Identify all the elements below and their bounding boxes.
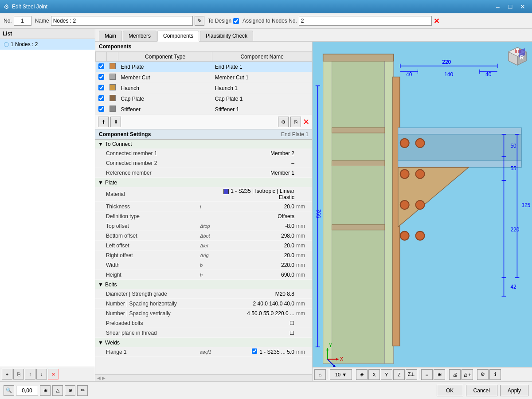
comp-move-up[interactable]: ⬆ [98,117,109,127]
component-row[interactable]: End Plate End Plate 1 [96,62,312,72]
close-button[interactable]: ✕ [517,2,528,11]
view-settings[interactable]: ⚙ [477,369,489,380]
prop-row: Definition type Offsets [95,211,312,221]
comp-color-swatch [110,84,116,90]
prop-value: Member 2 [218,150,296,156]
add-button[interactable]: + [2,369,12,379]
move-up-button[interactable]: ↑ [25,369,35,379]
component-row[interactable]: Haunch Haunch 1 [96,83,312,94]
prop-name: Number | Spacing horizontally [102,301,200,307]
prop-row: Thickness t 20.0 mm [95,202,312,211]
coord-input[interactable] [16,386,38,395]
weld-checkbox[interactable] [252,348,257,354]
comp-checkbox[interactable] [98,85,104,90]
component-row[interactable]: Cap Plate Cap Plate 1 [96,94,312,104]
apply-button[interactable]: Apply [500,385,528,396]
svg-text:50: 50 [510,143,516,149]
prop-group-header[interactable]: ▼Plate [95,178,312,187]
prop-row: Connected member 2 – [95,158,312,168]
bottom-right-buttons: OK Cancel Apply [437,385,528,396]
view-layers-2[interactable]: ⊞ [434,369,445,380]
col-name-header: Component Name [212,52,312,62]
view-home[interactable]: ⌂ [314,369,326,380]
comp-settings[interactable]: ⚙ [278,117,289,127]
svg-text:220: 220 [510,227,519,233]
name-edit-button[interactable]: ✎ [195,16,204,26]
prop-name: Flange 1 [102,349,200,355]
list-header: List [0,29,95,39]
components-section-header: Components [95,42,312,52]
svg-point-15 [400,169,409,178]
maximize-button[interactable]: □ [505,2,516,11]
horizontal-scrollbar[interactable]: ◀ ▶ [95,374,312,381]
move-down-button[interactable]: ↓ [36,369,47,379]
tab-main[interactable]: Main [99,31,122,41]
svg-point-18 [416,139,425,148]
svg-rect-10 [332,128,385,133]
tab-plausibility[interactable]: Plausibility Check [200,31,253,41]
col-check [96,52,107,62]
comp-checkbox[interactable] [98,95,104,101]
search-button[interactable]: 🔍 [4,385,14,396]
pencil-button[interactable]: ✏ [77,385,88,396]
prop-value: ☐ [218,330,296,336]
magnet-button[interactable]: ⊕ [65,385,75,396]
comp-checkbox[interactable] [98,63,104,69]
prop-name: Definition type [102,213,200,219]
tab-components[interactable]: Components [157,31,199,42]
prop-unit: mm [296,203,309,210]
view-z-axis-2[interactable]: Z⊥ [406,369,417,380]
comp-copy[interactable]: ⎘ [290,117,301,127]
svg-rect-2 [323,55,332,364]
comp-name: Cap Plate 1 [212,94,312,104]
comp-toolbar: ⬆ ⬇ ⚙ ⎘ ✕ [95,115,312,129]
grid-button[interactable]: ⊞ [40,385,51,396]
view-x-axis[interactable]: X [368,369,380,380]
prop-unit: mm [296,310,309,317]
comp-checkbox[interactable] [98,74,104,80]
prop-group-header[interactable]: ▼To Connect [95,140,312,149]
comp-checkbox[interactable] [98,106,104,112]
prop-symbol: h [200,272,218,278]
copy-button[interactable]: ⎘ [13,369,24,379]
prop-group: ▼Bolts Diameter | Strength grade M20 8.8… [95,280,312,338]
no-input[interactable] [14,16,31,26]
name-input[interactable] [51,16,193,26]
view-print[interactable]: 🖨 [449,369,461,380]
component-row[interactable]: Stiffener Stiffener 1 [96,104,312,115]
minimize-button[interactable]: – [492,2,504,11]
svg-point-17 [400,231,409,240]
col-color [107,52,118,62]
comp-move-down[interactable]: ⬇ [110,117,121,127]
snap-button[interactable]: △ [52,385,63,396]
svg-rect-1 [332,55,385,364]
view-z-axis[interactable]: Z [393,369,405,380]
delete-button[interactable]: ✕ [48,369,59,379]
prop-value: Offsets [218,213,296,219]
view-info[interactable]: ℹ [489,369,501,380]
component-row[interactable]: Member Cut Member Cut 1 [96,72,312,83]
list-item[interactable]: ⬡ 1 Nodes : 2 [0,39,95,50]
view-scale[interactable]: 10 ▼ [330,369,352,380]
prop-unit: mm [296,243,309,249]
view-print-2[interactable]: 🖨+ [462,369,473,380]
svg-text:592: 592 [316,209,322,218]
3d-cube-icon[interactable]: T R [506,45,528,67]
to-design-checkbox[interactable] [233,18,239,24]
comp-delete[interactable]: ✕ [303,117,309,127]
name-label: Name [35,18,49,24]
view-layers[interactable]: ≡ [421,369,433,380]
prop-group-header[interactable]: ▼Welds [95,338,312,347]
svg-text:R: R [520,55,524,61]
assigned-input[interactable] [299,16,432,26]
view-y-axis[interactable]: Y [381,369,392,380]
prop-group-header[interactable]: ▼Bolts [95,280,312,289]
tab-members[interactable]: Members [123,31,156,41]
prop-symbol: aw,f1 [200,349,218,355]
comp-color-swatch [110,74,116,80]
collapse-icon: ▼ [98,141,103,147]
assigned-delete-icon[interactable]: ✕ [434,17,439,25]
cancel-button[interactable]: Cancel [466,385,497,396]
ok-button[interactable]: OK [437,385,463,396]
view-render[interactable]: ◈ [356,369,368,380]
